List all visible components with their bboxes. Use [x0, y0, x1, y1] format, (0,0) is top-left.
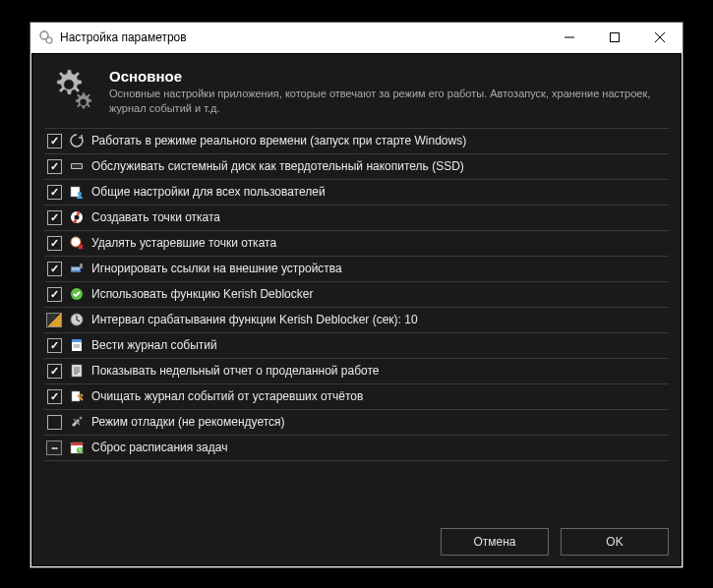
users-icon: [69, 184, 85, 200]
schedule-icon: [69, 440, 85, 455]
ok-button[interactable]: OK: [561, 528, 669, 556]
footer-buttons: Отмена OK: [44, 516, 669, 556]
option-row[interactable]: Интервал срабатывания функции Kerish Deb…: [44, 308, 669, 333]
option-row[interactable]: Удалять устаревшие точки отката: [44, 231, 669, 257]
checkbox[interactable]: [46, 185, 62, 200]
option-row[interactable]: Обслуживать системный диск как твердотел…: [44, 154, 669, 180]
titlebar[interactable]: Настройка параметров: [30, 23, 683, 52]
svg-rect-9: [72, 164, 82, 168]
option-label: Сброс расписания задач: [91, 441, 227, 454]
svg-rect-32: [71, 442, 83, 445]
page-subtitle: Основные настройки приложения, которые о…: [109, 87, 669, 116]
action-control[interactable]: •••: [46, 441, 62, 455]
option-row[interactable]: Игнорировать ссылки на внешние устройств…: [44, 257, 669, 282]
option-label: Использовать функцию Kerish Deblocker: [91, 287, 313, 301]
option-row[interactable]: •••Сброс расписания задач: [44, 436, 669, 461]
option-label: Очищать журнал событий от устаревших отч…: [91, 389, 363, 403]
close-button[interactable]: [637, 23, 683, 52]
app-icon: [38, 29, 54, 45]
edit-control[interactable]: [46, 313, 62, 327]
option-label: Обслуживать системный диск как твердотел…: [91, 159, 464, 173]
option-label: Показывать недельный отчет о проделанной…: [91, 364, 380, 378]
option-label: Игнорировать ссылки на внешние устройств…: [91, 262, 342, 275]
checkbox[interactable]: [46, 236, 62, 251]
option-row[interactable]: Использовать функцию Kerish Deblocker: [44, 282, 669, 308]
window-controls: [547, 23, 683, 52]
option-row[interactable]: Очищать журнал событий от устаревших отч…: [44, 384, 669, 410]
svg-rect-21: [72, 339, 82, 342]
debug-icon: [69, 414, 85, 430]
header-section: Основное Основные настройки приложения, …: [44, 62, 669, 128]
option-row[interactable]: Показывать недельный отчет о проделанной…: [44, 359, 669, 384]
option-label: Удалять устаревшие точки отката: [91, 236, 276, 250]
link-device-icon: [69, 261, 85, 276]
option-row[interactable]: Общие настройки для всех пользователей: [44, 180, 669, 206]
svg-rect-3: [611, 33, 620, 42]
ssd-icon: [69, 158, 85, 174]
cancel-button[interactable]: Отмена: [441, 528, 549, 556]
svg-point-30: [80, 417, 83, 420]
lifebuoy-icon: [69, 209, 85, 225]
checkbox[interactable]: [46, 262, 62, 276]
option-row[interactable]: Вести журнал событий: [44, 333, 669, 359]
gear-refresh-icon: [69, 133, 85, 148]
shield-ok-icon: [69, 286, 85, 302]
svg-point-13: [75, 215, 80, 220]
option-label: Общие настройки для всех пользователей: [91, 185, 326, 199]
svg-point-11: [78, 192, 82, 196]
svg-rect-16: [72, 267, 80, 270]
option-label: Работать в режиме реального времени (зап…: [91, 134, 466, 147]
option-row[interactable]: Работать в режиме реального времени (зап…: [44, 129, 669, 154]
option-label: Создавать точки отката: [91, 210, 220, 224]
checkbox[interactable]: [46, 287, 62, 302]
svg-rect-10: [71, 187, 80, 197]
option-label: Режим отладки (не рекомендуется): [91, 415, 285, 429]
svg-point-7: [80, 99, 87, 106]
report-icon: [69, 363, 85, 379]
svg-point-6: [64, 80, 74, 89]
checkbox[interactable]: [46, 159, 62, 174]
maximize-button[interactable]: [592, 23, 637, 52]
gears-icon: [48, 68, 95, 115]
svg-point-1: [46, 37, 52, 43]
header-text: Основное Основные настройки приложения, …: [109, 68, 669, 116]
delete-point-icon: [69, 235, 85, 251]
checkbox[interactable]: [46, 389, 62, 404]
page-title: Основное: [109, 68, 669, 85]
log-icon: [69, 337, 85, 353]
svg-rect-17: [80, 264, 83, 268]
checkbox[interactable]: [46, 134, 62, 148]
option-row[interactable]: Создавать точки отката: [44, 206, 669, 231]
minimize-button[interactable]: [547, 23, 592, 52]
option-label: Интервал срабатывания функции Kerish Deb…: [91, 313, 418, 326]
content-area: Основное Основные настройки приложения, …: [31, 53, 682, 566]
checkbox[interactable]: [46, 338, 62, 353]
option-row[interactable]: Режим отладки (не рекомендуется): [44, 410, 669, 436]
checkbox[interactable]: [46, 364, 62, 379]
option-label: Вести журнал событий: [91, 338, 217, 352]
options-list: Работать в режиме реального времени (зап…: [44, 128, 669, 516]
svg-rect-24: [72, 365, 82, 377]
settings-window: Настройка параметров: [30, 22, 683, 568]
checkbox[interactable]: [46, 210, 62, 225]
clock-icon: [69, 312, 85, 327]
checkbox[interactable]: [46, 415, 62, 430]
broom-icon: [69, 388, 85, 404]
window-title: Настройка параметров: [60, 30, 547, 44]
